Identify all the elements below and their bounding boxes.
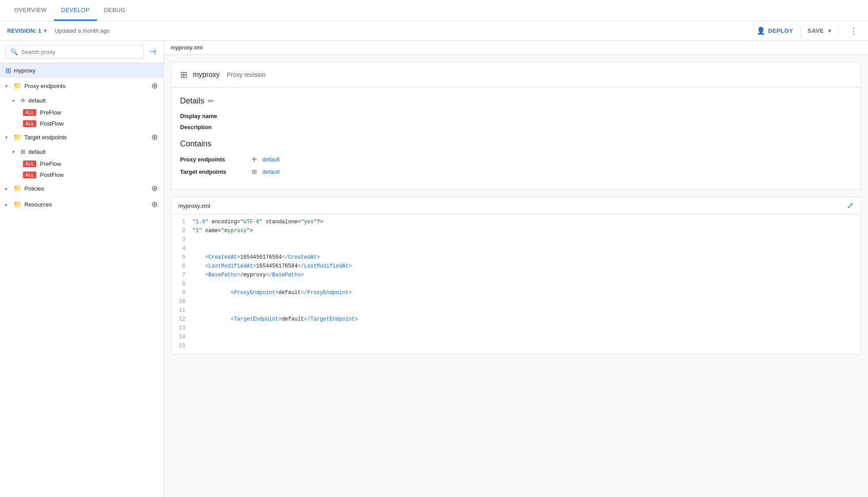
line-content: <CreatedAt>1654456176584</CreatedAt> (192, 254, 860, 260)
proxy-endpoints-row: Proxy endpoints ✛ default (180, 156, 852, 163)
tab-develop[interactable]: DEVELOP (54, 0, 97, 21)
line-content: "1.0" encoding="UTF-8" standalone="yes"?… (192, 219, 860, 225)
proxy-name-label: myproxy (14, 67, 35, 74)
sidebar-header: 🔍 ⊣ (0, 41, 163, 63)
code-line: 9 <ProxyEndpoint>default</ProxyEndpoint> (171, 289, 860, 298)
target-postflow-item[interactable]: ALL PostFlow (0, 169, 163, 180)
line-number: 1 (171, 219, 192, 225)
line-number: 15 (171, 343, 192, 349)
more-options-button[interactable]: ⋮ (846, 24, 861, 38)
line-number: 12 (171, 316, 192, 322)
code-header: myproxy.xml ⤢ (171, 197, 860, 214)
deploy-button[interactable]: 👤 DEPLOY (757, 27, 793, 35)
code-title: myproxy.xml (178, 203, 847, 209)
collapse-sidebar-button[interactable]: ⊣ (147, 45, 158, 58)
content-area: myproxy.xml ⊞ myproxy Proxy revision Det… (164, 41, 868, 497)
chevron-down-icon: ▾ (5, 84, 11, 88)
search-input[interactable] (21, 49, 139, 55)
policies-section[interactable]: ▸ 📁 Policies ⊕ (0, 180, 163, 196)
code-line: 7 <BasePaths>/myproxy</BasePaths> (171, 271, 860, 280)
proxy-card-name: myproxy (193, 71, 219, 79)
add-target-endpoint-button[interactable]: ⊕ (151, 132, 158, 142)
target-default-label: default (28, 149, 46, 155)
tab-overview[interactable]: OVERVIEW (7, 0, 54, 21)
divider (800, 26, 801, 36)
chevron-down-icon: ▾ (5, 135, 11, 140)
code-section: myproxy.xml ⤢ 1"1.0" encoding="UTF-8" st… (171, 197, 861, 355)
chevron-right-icon: ▸ (5, 202, 11, 207)
proxy-endpoints-section[interactable]: ▾ 📁 Proxy endpoints ⊕ (0, 78, 163, 94)
target-endpoints-row: Target endpoints ⊞ default (180, 168, 852, 175)
proxy-card-body: Details ✏ Display name Description Conta… (171, 88, 860, 189)
display-name-row: Display name (180, 113, 852, 119)
revision-label: REVISION: 1 (7, 27, 41, 34)
chevron-right-icon: ▸ (5, 186, 11, 191)
add-resource-button[interactable]: ⊕ (151, 199, 158, 209)
add-policy-button[interactable]: ⊕ (151, 184, 158, 193)
code-line: 13 (171, 324, 860, 333)
code-line: 12 <TargetEndpoint>default</TargetEndpoi… (171, 315, 860, 324)
target-endpoints-label: Target endpoints (24, 134, 149, 141)
line-content: <ProxyEndpoint>default</ProxyEndpoint> (192, 290, 860, 296)
sidebar-item-target-default[interactable]: ▾ ⊞ default (0, 145, 163, 158)
code-line: 15 (171, 342, 860, 351)
folder-icon: 📁 (13, 82, 22, 90)
line-number: 2 (171, 228, 192, 234)
chevron-down-icon: ▾ (12, 98, 18, 103)
proxy-postflow-item[interactable]: ALL PostFlow (0, 118, 163, 129)
save-button[interactable]: SAVE (808, 27, 824, 34)
chevron-down-icon: ▼ (43, 28, 47, 33)
search-box[interactable]: 🔍 (5, 45, 144, 58)
line-number: 7 (171, 272, 192, 278)
code-line: 14 (171, 333, 860, 342)
target-postflow-label: PostFlow (40, 172, 63, 178)
code-line: 4 (171, 245, 860, 253)
code-line: 8 (171, 280, 860, 289)
line-content (192, 245, 860, 252)
preflow-label: PreFlow (40, 109, 61, 116)
line-number: 6 (171, 263, 192, 269)
line-content (192, 325, 860, 331)
all-badge: ALL (23, 172, 36, 178)
target-endpoints-default-link[interactable]: default (262, 168, 280, 175)
description-row: Description (180, 124, 852, 130)
display-name-label: Display name (180, 113, 238, 119)
edit-icon[interactable]: ✏ (208, 97, 214, 105)
line-number: 4 (171, 245, 192, 252)
tab-debug[interactable]: DEBUG (97, 0, 133, 21)
crosshair-icon: ✛ (20, 97, 26, 104)
line-number: 14 (171, 334, 192, 340)
proxy-default-label: default (28, 97, 46, 104)
proxy-preflow-item[interactable]: ALL PreFlow (0, 107, 163, 118)
folder-icon: 📁 (13, 184, 22, 192)
sidebar-item-proxy-default[interactable]: ▾ ✛ default (0, 94, 163, 107)
add-proxy-endpoint-button[interactable]: ⊕ (151, 81, 158, 91)
expand-code-button[interactable]: ⤢ (847, 201, 853, 210)
proxy-endpoints-default-link[interactable]: default (262, 156, 280, 163)
code-line: 2"1" name="myproxy"> (171, 227, 860, 236)
resources-section[interactable]: ▸ 📁 Resources ⊕ (0, 196, 163, 212)
postflow-label: PostFlow (40, 120, 63, 127)
revision-timestamp: Updated a month ago (54, 27, 110, 34)
revision-actions: 👤 DEPLOY SAVE ▾ ⋮ (757, 24, 861, 38)
file-tab-label: myproxy.xml (171, 44, 203, 51)
proxy-card: ⊞ myproxy Proxy revision Details ✏ Displ… (171, 62, 861, 190)
line-content: <LastModifiedAt>1654456176584</LastModif… (192, 263, 860, 269)
revision-selector[interactable]: REVISION: 1 ▼ (7, 27, 47, 34)
proxy-endpoints-label: Proxy endpoints (24, 83, 149, 89)
line-content (192, 298, 860, 305)
contains-section: Contains Proxy endpoints ✛ default Targe… (180, 139, 852, 175)
target-endpoints-section[interactable]: ▾ 📁 Target endpoints ⊕ (0, 129, 163, 145)
sidebar-item-myproxy[interactable]: ⊞ myproxy (0, 63, 163, 78)
crosshair-icon: ✛ (252, 156, 257, 163)
chevron-down-icon: ▾ (12, 149, 18, 154)
target-preflow-label: PreFlow (40, 161, 61, 167)
save-label: SAVE (808, 27, 824, 34)
code-editor: 1"1.0" encoding="UTF-8" standalone="yes"… (171, 214, 860, 354)
target-preflow-item[interactable]: ALL PreFlow (0, 158, 163, 169)
chevron-down-icon-save[interactable]: ▾ (828, 27, 831, 34)
line-number: 9 (171, 290, 192, 296)
proxy-grid-icon: ⊞ (180, 69, 188, 80)
line-content: "1" name="myproxy"> (192, 228, 860, 234)
line-number: 5 (171, 254, 192, 260)
